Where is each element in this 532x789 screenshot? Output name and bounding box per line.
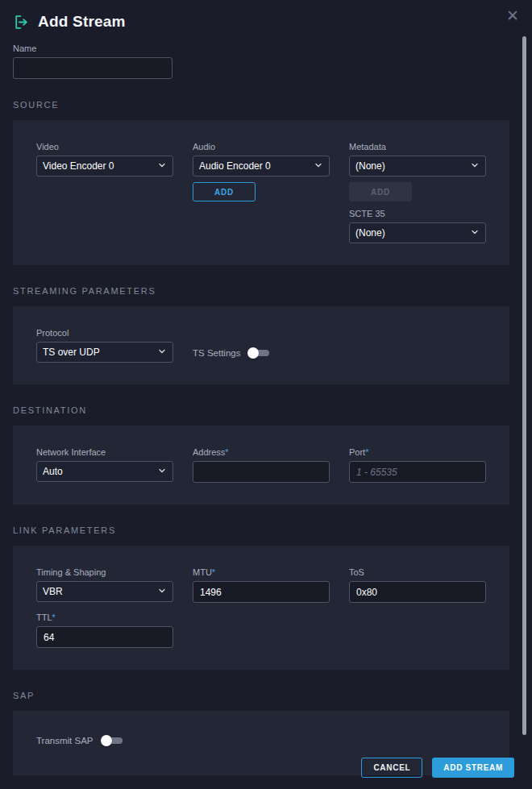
mtu-input[interactable] [193, 581, 330, 603]
address-input[interactable] [193, 461, 330, 483]
metadata-select[interactable]: (None) [349, 156, 486, 176]
metadata-value: (None) [355, 160, 385, 172]
audio-label: Audio [193, 142, 330, 152]
source-panel: Video Video Encoder 0 Audio Audio Encode… [13, 120, 509, 265]
add-stream-dialog: Add Stream ✕ Name SOURCE Video Video Enc… [0, 0, 532, 775]
ttl-label: TTL [36, 613, 52, 622]
timing-shaping-value: VBR [43, 586, 63, 597]
audio-field-group: Audio Audio Encoder 0 ADD [193, 142, 330, 243]
required-asterisk: * [365, 447, 368, 457]
scte35-select[interactable]: (None) [349, 222, 486, 243]
timing-shaping-label: Timing & Shaping [36, 567, 173, 577]
toggle-knob [101, 735, 112, 746]
section-title-sap: SAP [0, 691, 532, 700]
chevron-down-icon [470, 160, 480, 172]
scrollbar-thumb[interactable] [522, 36, 526, 735]
video-field-group: Video Video Encoder 0 [36, 142, 173, 243]
metadata-label: Metadata [349, 142, 486, 152]
chevron-down-icon [157, 466, 167, 478]
tos-input[interactable] [349, 581, 486, 603]
link-parameters-panel: Timing & Shaping VBR MTU* ToS TTL* [13, 546, 509, 670]
network-interface-value: Auto [43, 466, 63, 477]
required-asterisk: * [225, 447, 228, 457]
scte35-label: SCTE 35 [349, 209, 486, 218]
section-title-source: SOURCE [0, 100, 532, 110]
timing-shaping-select[interactable]: VBR [36, 581, 173, 602]
scte35-value: (None) [355, 227, 385, 239]
audio-encoder-value: Audio Encoder 0 [199, 160, 271, 172]
add-stream-button[interactable]: ADD STREAM [432, 758, 514, 778]
close-icon[interactable]: ✕ [503, 5, 522, 27]
name-label: Name [13, 44, 519, 53]
add-audio-button[interactable]: ADD [193, 182, 256, 201]
port-input[interactable] [349, 461, 486, 483]
protocol-label: Protocol [36, 328, 173, 338]
scte35-field-group: SCTE 35 (None) [349, 209, 486, 243]
cancel-button[interactable]: CANCEL [361, 758, 422, 778]
ts-settings-toggle[interactable] [247, 347, 269, 359]
required-asterisk: * [52, 613, 56, 622]
dialog-title: Add Stream [38, 13, 126, 31]
port-label: Port [349, 447, 365, 457]
tos-label: ToS [349, 567, 486, 577]
dialog-footer: CANCEL ADD STREAM [361, 758, 514, 778]
timing-shaping-field-group: Timing & Shaping VBR [36, 567, 173, 603]
mtu-field-group: MTU* [193, 567, 330, 603]
ts-settings-label: TS Settings [193, 348, 240, 358]
protocol-select[interactable]: TS over UDP [36, 342, 173, 363]
tos-field-group: ToS [349, 567, 486, 603]
audio-encoder-select[interactable]: Audio Encoder 0 [193, 156, 330, 176]
video-encoder-value: Video Encoder 0 [43, 160, 114, 172]
chevron-down-icon [314, 160, 323, 172]
streaming-parameters-panel: Protocol TS over UDP TS Settings [13, 306, 509, 384]
mtu-label: MTU [193, 567, 212, 577]
video-encoder-select[interactable]: Video Encoder 0 [36, 156, 173, 176]
transmit-sap-label: Transmit SAP [36, 736, 94, 745]
network-interface-select[interactable]: Auto [36, 461, 173, 482]
metadata-field-group: Metadata (None) ADD SCTE 35 (None) [349, 142, 486, 243]
protocol-field-group: Protocol TS over UDP [36, 328, 173, 363]
name-field-group: Name [0, 37, 532, 79]
address-label: Address [193, 447, 225, 457]
address-field-group: Address* [193, 447, 330, 483]
chevron-down-icon [157, 586, 167, 598]
ttl-input[interactable] [36, 626, 173, 648]
section-title-destination: DESTINATION [0, 405, 532, 415]
add-stream-icon [13, 14, 30, 31]
network-interface-label: Network Interface [36, 447, 173, 457]
chevron-down-icon [157, 347, 167, 359]
section-title-link-parameters: LINK PARAMETERS [0, 525, 532, 535]
protocol-value: TS over UDP [43, 347, 100, 358]
toggle-knob [247, 347, 259, 359]
add-metadata-button: ADD [349, 182, 412, 201]
section-title-streaming-parameters: STREAMING PARAMETERS [0, 286, 532, 296]
ts-settings-field-group: TS Settings [193, 328, 330, 363]
port-field-group: Port* [349, 447, 486, 483]
transmit-sap-toggle[interactable] [101, 735, 123, 746]
chevron-down-icon [157, 160, 167, 172]
ttl-field-group: TTL* [36, 613, 173, 648]
name-input[interactable] [13, 57, 172, 79]
destination-panel: Network Interface Auto Address* Port* [13, 426, 509, 505]
required-asterisk: * [212, 567, 215, 577]
chevron-down-icon [470, 227, 480, 239]
network-interface-field-group: Network Interface Auto [36, 447, 173, 483]
video-label: Video [36, 142, 173, 152]
dialog-header: Add Stream [0, 0, 532, 37]
